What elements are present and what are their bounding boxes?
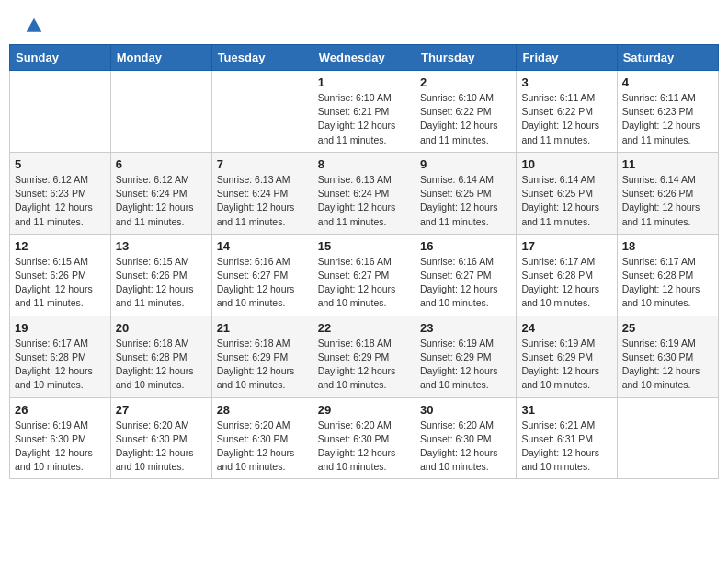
day-info: Sunrise: 6:21 AM Sunset: 6:31 PM Dayligh… (521, 419, 611, 475)
calendar-cell: 23Sunrise: 6:19 AM Sunset: 6:29 PM Dayli… (415, 316, 516, 397)
day-info: Sunrise: 6:15 AM Sunset: 6:26 PM Dayligh… (116, 255, 207, 311)
day-info: Sunrise: 6:20 AM Sunset: 6:30 PM Dayligh… (217, 419, 308, 475)
weekday-header-thursday: Thursday (415, 45, 516, 71)
day-info: Sunrise: 6:20 AM Sunset: 6:30 PM Dayligh… (318, 419, 410, 475)
week-row-2: 5Sunrise: 6:12 AM Sunset: 6:23 PM Daylig… (10, 152, 719, 234)
calendar-cell (10, 71, 111, 153)
day-info: Sunrise: 6:10 AM Sunset: 6:22 PM Dayligh… (420, 91, 511, 147)
day-info: Sunrise: 6:19 AM Sunset: 6:30 PM Dayligh… (15, 419, 106, 475)
day-number: 7 (217, 157, 308, 171)
day-info: Sunrise: 6:12 AM Sunset: 6:23 PM Dayligh… (15, 173, 106, 229)
day-number: 12 (15, 239, 106, 253)
day-info: Sunrise: 6:14 AM Sunset: 6:25 PM Dayligh… (420, 173, 511, 229)
day-number: 3 (521, 75, 611, 89)
calendar-cell: 6Sunrise: 6:12 AM Sunset: 6:24 PM Daylig… (110, 152, 211, 234)
calendar: SundayMondayTuesdayWednesdayThursdayFrid… (0, 44, 728, 488)
calendar-cell: 19Sunrise: 6:17 AM Sunset: 6:28 PM Dayli… (10, 316, 111, 397)
page-header (0, 0, 728, 44)
day-info: Sunrise: 6:12 AM Sunset: 6:24 PM Dayligh… (116, 173, 207, 229)
day-info: Sunrise: 6:20 AM Sunset: 6:30 PM Dayligh… (116, 419, 207, 475)
weekday-header-saturday: Saturday (617, 45, 718, 71)
calendar-cell: 7Sunrise: 6:13 AM Sunset: 6:24 PM Daylig… (211, 152, 313, 234)
day-number: 6 (116, 157, 207, 171)
svg-marker-0 (27, 18, 42, 32)
day-info: Sunrise: 6:11 AM Sunset: 6:22 PM Dayligh… (521, 91, 611, 147)
day-number: 29 (318, 403, 410, 417)
calendar-cell: 15Sunrise: 6:16 AM Sunset: 6:27 PM Dayli… (313, 234, 415, 316)
day-info: Sunrise: 6:18 AM Sunset: 6:29 PM Dayligh… (217, 337, 308, 393)
calendar-cell: 24Sunrise: 6:19 AM Sunset: 6:29 PM Dayli… (517, 316, 617, 397)
week-row-4: 19Sunrise: 6:17 AM Sunset: 6:28 PM Dayli… (10, 316, 719, 397)
calendar-cell: 16Sunrise: 6:16 AM Sunset: 6:27 PM Dayli… (415, 234, 516, 316)
day-number: 13 (116, 239, 207, 253)
calendar-cell: 20Sunrise: 6:18 AM Sunset: 6:28 PM Dayli… (110, 316, 211, 397)
calendar-cell: 1Sunrise: 6:10 AM Sunset: 6:21 PM Daylig… (313, 71, 415, 153)
day-info: Sunrise: 6:16 AM Sunset: 6:27 PM Dayligh… (318, 255, 410, 311)
day-number: 11 (622, 157, 713, 171)
day-info: Sunrise: 6:14 AM Sunset: 6:26 PM Dayligh… (622, 173, 713, 229)
calendar-cell: 26Sunrise: 6:19 AM Sunset: 6:30 PM Dayli… (10, 397, 111, 479)
day-number: 19 (15, 321, 106, 335)
calendar-cell (617, 397, 718, 479)
calendar-cell: 31Sunrise: 6:21 AM Sunset: 6:31 PM Dayli… (517, 397, 617, 479)
day-number: 23 (420, 321, 511, 335)
day-info: Sunrise: 6:16 AM Sunset: 6:27 PM Dayligh… (420, 255, 511, 311)
week-row-1: 1Sunrise: 6:10 AM Sunset: 6:21 PM Daylig… (10, 71, 719, 153)
day-number: 9 (420, 157, 511, 171)
day-info: Sunrise: 6:18 AM Sunset: 6:29 PM Dayligh… (318, 337, 410, 393)
calendar-cell: 27Sunrise: 6:20 AM Sunset: 6:30 PM Dayli… (110, 397, 211, 479)
day-info: Sunrise: 6:13 AM Sunset: 6:24 PM Dayligh… (318, 173, 410, 229)
calendar-cell: 29Sunrise: 6:20 AM Sunset: 6:30 PM Dayli… (313, 397, 415, 479)
day-number: 25 (622, 321, 713, 335)
day-info: Sunrise: 6:18 AM Sunset: 6:28 PM Dayligh… (116, 337, 207, 393)
day-number: 14 (217, 239, 308, 253)
day-number: 22 (318, 321, 410, 335)
day-number: 24 (521, 321, 611, 335)
calendar-cell (110, 71, 211, 153)
calendar-cell: 12Sunrise: 6:15 AM Sunset: 6:26 PM Dayli… (10, 234, 111, 316)
day-number: 20 (116, 321, 207, 335)
day-number: 28 (217, 403, 308, 417)
day-info: Sunrise: 6:19 AM Sunset: 6:29 PM Dayligh… (420, 337, 511, 393)
day-number: 10 (521, 157, 611, 171)
weekday-header-sunday: Sunday (10, 45, 111, 71)
weekday-header-row: SundayMondayTuesdayWednesdayThursdayFrid… (10, 45, 719, 71)
day-info: Sunrise: 6:15 AM Sunset: 6:26 PM Dayligh… (15, 255, 106, 311)
day-info: Sunrise: 6:19 AM Sunset: 6:30 PM Dayligh… (622, 337, 713, 393)
calendar-cell (211, 71, 313, 153)
day-info: Sunrise: 6:20 AM Sunset: 6:30 PM Dayligh… (420, 419, 511, 475)
weekday-header-tuesday: Tuesday (211, 45, 313, 71)
day-number: 5 (15, 157, 106, 171)
day-info: Sunrise: 6:10 AM Sunset: 6:21 PM Dayligh… (318, 91, 410, 147)
calendar-cell: 13Sunrise: 6:15 AM Sunset: 6:26 PM Dayli… (110, 234, 211, 316)
calendar-cell: 18Sunrise: 6:17 AM Sunset: 6:28 PM Dayli… (617, 234, 718, 316)
calendar-cell: 4Sunrise: 6:11 AM Sunset: 6:23 PM Daylig… (617, 71, 718, 153)
weekday-header-wednesday: Wednesday (313, 45, 415, 71)
day-info: Sunrise: 6:11 AM Sunset: 6:23 PM Dayligh… (622, 91, 713, 147)
day-number: 21 (217, 321, 308, 335)
calendar-cell: 9Sunrise: 6:14 AM Sunset: 6:25 PM Daylig… (415, 152, 516, 234)
calendar-cell: 25Sunrise: 6:19 AM Sunset: 6:30 PM Dayli… (617, 316, 718, 397)
calendar-cell: 17Sunrise: 6:17 AM Sunset: 6:28 PM Dayli… (517, 234, 617, 316)
day-info: Sunrise: 6:16 AM Sunset: 6:27 PM Dayligh… (217, 255, 308, 311)
day-info: Sunrise: 6:19 AM Sunset: 6:29 PM Dayligh… (521, 337, 611, 393)
day-number: 31 (521, 403, 611, 417)
day-info: Sunrise: 6:17 AM Sunset: 6:28 PM Dayligh… (15, 337, 106, 393)
day-number: 17 (521, 239, 611, 253)
day-info: Sunrise: 6:14 AM Sunset: 6:25 PM Dayligh… (521, 173, 611, 229)
day-number: 30 (420, 403, 511, 417)
day-number: 1 (318, 75, 410, 89)
week-row-3: 12Sunrise: 6:15 AM Sunset: 6:26 PM Dayli… (10, 234, 719, 316)
day-info: Sunrise: 6:17 AM Sunset: 6:28 PM Dayligh… (622, 255, 713, 311)
calendar-cell: 21Sunrise: 6:18 AM Sunset: 6:29 PM Dayli… (211, 316, 313, 397)
day-info: Sunrise: 6:17 AM Sunset: 6:28 PM Dayligh… (521, 255, 611, 311)
calendar-cell: 2Sunrise: 6:10 AM Sunset: 6:22 PM Daylig… (415, 71, 516, 153)
logo-icon (25, 17, 43, 35)
day-number: 27 (116, 403, 207, 417)
calendar-cell: 14Sunrise: 6:16 AM Sunset: 6:27 PM Dayli… (211, 234, 313, 316)
day-number: 8 (318, 157, 410, 171)
calendar-cell: 28Sunrise: 6:20 AM Sunset: 6:30 PM Dayli… (211, 397, 313, 479)
logo (22, 17, 43, 35)
week-row-5: 26Sunrise: 6:19 AM Sunset: 6:30 PM Dayli… (10, 397, 719, 479)
calendar-table: SundayMondayTuesdayWednesdayThursdayFrid… (9, 44, 719, 479)
